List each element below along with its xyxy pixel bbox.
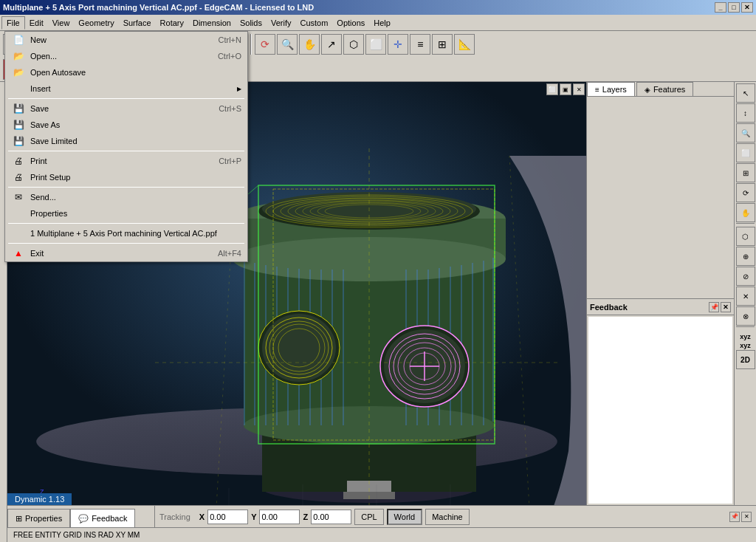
file-dropdown-menu: 📄 New Ctrl+N 📂 Open... Ctrl+O 📂 Open Aut… [4,31,248,262]
viewport-max[interactable]: ▣ [560,83,571,95]
menu-new[interactable]: 📄 New Ctrl+N [5,32,247,48]
rs-btn-11[interactable]: ✕ [736,287,755,306]
rs-btn-3[interactable]: 🔍 [736,123,755,143]
menu-solids[interactable]: Solids [236,17,267,29]
move-button[interactable]: ✛ [388,34,408,55]
maximize-button[interactable]: □ [728,2,740,13]
rs-btn-6[interactable]: ⟳ [736,183,755,202]
menu-print-setup[interactable]: 🖨 Print Setup [5,169,247,185]
z-input[interactable] [311,510,351,524]
viewport-close[interactable]: ✕ [573,83,585,95]
menu-send[interactable]: ✉ Send... [5,189,247,205]
tracking-close[interactable]: ✕ [741,512,752,522]
cpl-button[interactable]: CPL [354,509,383,525]
rs-btn-1[interactable]: ↖ [736,83,755,103]
tab-features-label: Features [653,85,685,94]
rs-btn-4[interactable]: ⬜ [736,143,755,162]
menu-print[interactable]: 🖨 Print Ctrl+P [5,153,247,169]
exit-icon: ▲ [11,246,26,261]
select-button[interactable]: ↗ [321,34,342,55]
minimize-button[interactable]: _ [715,2,726,13]
application: Multiplane + 5 Axis Port machining Verti… [0,0,756,542]
title-bar: Multiplane + 5 Axis Port machining Verti… [0,0,756,15]
menu-surface[interactable]: Surface [119,17,156,29]
tab-features[interactable]: ◈ Features [636,82,693,96]
menu-exit[interactable]: ▲ Exit Alt+F4 [5,245,247,261]
recent-label: 1 Multiplane + 5 Axis Port machining Ver… [30,229,241,238]
menu-verify[interactable]: Verify [267,17,296,29]
rs-btn-5[interactable]: ⊞ [736,163,755,182]
layers-toggle[interactable]: ≡ [410,34,430,55]
tracking-pin[interactable]: 📌 [729,512,740,522]
machine-button[interactable]: Machine [425,509,470,525]
menu-save-as[interactable]: 💾 Save As [5,117,247,133]
menu-save[interactable]: 💾 Save Ctrl+S [5,100,247,117]
bottom-bar: ⊞ Properties 💬 Feedback Tracking X Y Z [7,505,756,527]
tab-feedback-bottom[interactable]: 💬 Feedback [70,509,135,528]
world-button[interactable]: World [387,509,423,525]
tab-properties[interactable]: ⊞ Properties [7,509,70,528]
menu-geometry[interactable]: Geometry [74,17,118,29]
menu-recent-file[interactable]: 1 Multiplane + 5 Axis Port machining Ver… [5,225,247,241]
bottom-tabs: ⊞ Properties 💬 Feedback [7,506,155,528]
send-label: Send... [30,193,241,202]
autosave-icon: 📂 [11,65,26,80]
menu-custom[interactable]: Custom [295,17,332,29]
print-label: Print [30,157,219,165]
x-input[interactable] [207,510,248,524]
menu-properties[interactable]: Properties [5,205,247,222]
xyz-label-2: xyz [740,342,751,349]
feedback-bottom-icon: 💬 [78,514,89,524]
new-label: New [30,35,219,44]
menu-view[interactable]: View [48,17,75,29]
tab-layers[interactable]: ≡ Layers [587,82,635,96]
separator-1 [8,98,244,99]
rs-btn-10[interactable]: ⊘ [736,267,755,286]
measure-button[interactable]: 📐 [454,34,475,55]
rs-btn-9[interactable]: ⊕ [736,247,755,266]
feedback-header: Feedback 📌 ✕ [587,299,734,315]
top-view-button[interactable]: ⬜ [365,34,386,55]
menu-open-autosave[interactable]: 📂 Open Autosave [5,64,247,80]
menu-help[interactable]: Help [369,17,395,29]
status-text: FREE ENTITY GRID INS RAD XY MM [13,531,140,539]
grid-button[interactable]: ⊞ [432,34,453,55]
feedback-pin[interactable]: 📌 [709,302,719,312]
properties-menu-icon [11,206,26,221]
rs-btn-8[interactable]: ⬡ [736,227,755,246]
menu-rotary[interactable]: Rotary [156,17,188,29]
panel-tab-bar: ≡ Layers ◈ Features [587,82,734,97]
zoom-in-button[interactable]: 🔍 [277,34,298,55]
menu-save-limited[interactable]: 💾 Save Limited [5,133,247,149]
viewport-restore[interactable]: ⬜ [546,83,558,95]
send-icon: ✉ [11,190,26,205]
open-shortcut: Ctrl+O [218,52,241,61]
rs-btn-2[interactable]: ↕ [736,103,755,123]
viewport-controls: ⬜ ▣ ✕ [546,83,585,95]
autosave-label: Open Autosave [30,68,241,77]
menu-file[interactable]: File [1,16,25,30]
menu-dimension[interactable]: Dimension [188,17,236,29]
menu-insert[interactable]: Insert ▶ [5,80,247,97]
pan-button[interactable]: ✋ [299,34,320,55]
menu-edit[interactable]: Edit [25,17,48,29]
rotate-view-button[interactable]: ⟳ [255,34,275,55]
open-label: Open... [30,52,218,61]
save-icon: 💾 [11,101,26,116]
xyz-label-1: xyz [740,333,751,340]
3d-view-button[interactable]: ⬡ [343,34,364,55]
status-bar: FREE ENTITY GRID INS RAD XY MM [7,527,756,542]
menu-open[interactable]: 📂 Open... Ctrl+O [5,48,247,64]
properties-icon: ⊞ [16,514,22,524]
rs-2d-toggle[interactable]: 2D [736,350,755,369]
xyz-labels-panel: xyz xyz [740,333,751,349]
right-side-toolbar: ↖ ↕ 🔍 ⬜ ⊞ ⟳ ✋ ⬡ ⊕ ⊘ ✕ ⊗ xyz xyz [734,82,756,505]
feedback-title: Feedback [590,303,628,312]
close-button[interactable]: ✕ [741,2,753,13]
rs-btn-7[interactable]: ✋ [736,203,755,222]
y-input[interactable] [259,510,300,524]
menu-options[interactable]: Options [332,17,369,29]
feedback-content [588,317,732,504]
feedback-close[interactable]: ✕ [721,302,731,312]
rs-btn-12[interactable]: ⊗ [736,306,755,326]
